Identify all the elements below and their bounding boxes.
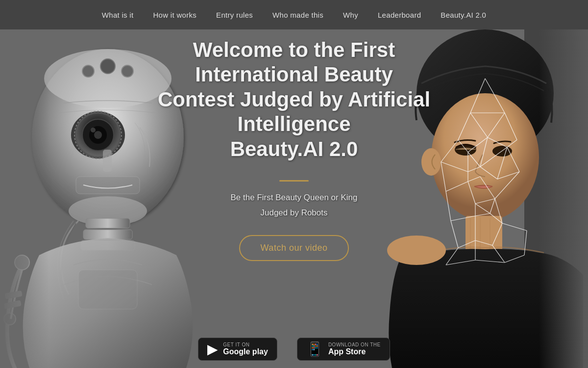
apple-icon: 📱 <box>306 342 323 356</box>
app-store-name: App Store <box>328 347 381 356</box>
title-block: Welcome to the First International Beaut… <box>147 38 441 161</box>
edge-fade-left <box>0 29 49 368</box>
svg-rect-18 <box>78 270 137 309</box>
nav-how-it-works[interactable]: How it works <box>153 11 196 19</box>
hero-subtitle: Be the First Beauty Queen or King Judged… <box>231 190 358 220</box>
google-play-name: Google play <box>223 347 268 356</box>
google-play-pre-label: GET IT ON <box>223 342 268 347</box>
hero-title-line1: Welcome to the First International Beaut… <box>147 38 441 87</box>
nav-beauty-ai[interactable]: Beauty.AI 2.0 <box>441 11 486 19</box>
hero-title-line3: Beauty.AI 2.0 <box>147 137 441 161</box>
subtitle-line1: Be the First Beauty Queen or King <box>231 190 358 206</box>
hero-content: Welcome to the First International Beaut… <box>147 29 441 368</box>
svg-line-69 <box>451 221 458 248</box>
hero-title-line2: Contest Judged by Artificial Intelligenc… <box>147 87 441 137</box>
app-store-text: Download on the App Store <box>328 342 381 356</box>
svg-rect-12 <box>103 150 112 172</box>
app-store-pre-label: Download on the <box>328 342 381 347</box>
svg-point-4 <box>122 65 133 77</box>
svg-line-81 <box>502 223 527 231</box>
svg-rect-15 <box>86 218 130 228</box>
svg-point-2 <box>82 65 94 77</box>
nav-entry-rules[interactable]: Entry rules <box>216 11 253 19</box>
svg-point-9 <box>94 131 102 139</box>
divider <box>279 180 309 182</box>
svg-point-10 <box>91 128 96 132</box>
google-play-text: GET IT ON Google play <box>223 342 268 356</box>
subtitle-line2: Judged by Robots <box>231 206 358 221</box>
watch-video-button[interactable]: Watch our video <box>239 235 349 261</box>
app-store-button[interactable]: 📱 Download on the App Store <box>297 338 390 361</box>
google-play-button[interactable]: ▶ GET IT ON Google play <box>198 338 277 361</box>
nav-who-made-this[interactable]: Who made this <box>272 11 323 19</box>
nav-why[interactable]: Why <box>343 11 358 19</box>
edge-fade-right <box>539 29 588 368</box>
svg-point-3 <box>100 59 115 74</box>
nav-what-is-it[interactable]: What is it <box>102 11 134 19</box>
store-buttons-container: ▶ GET IT ON Google play 📱 Download on th… <box>0 338 588 361</box>
nav-leaderboard[interactable]: Leaderboard <box>378 11 421 19</box>
main-nav: What is it How it works Entry rules Who … <box>0 0 588 29</box>
google-play-icon: ▶ <box>207 342 218 356</box>
